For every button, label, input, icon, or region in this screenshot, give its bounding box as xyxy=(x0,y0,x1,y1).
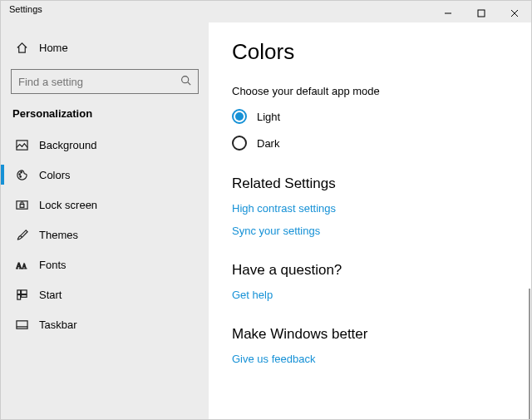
sidebar-item-label: Start xyxy=(39,289,62,301)
sidebar-item-label: Background xyxy=(39,139,96,151)
palette-icon xyxy=(12,169,31,181)
mode-prompt: Choose your default app mode xyxy=(232,85,508,97)
lockscreen-icon xyxy=(12,199,31,211)
fonts-icon: AA xyxy=(12,259,31,271)
start-icon xyxy=(12,289,31,301)
radio-dark[interactable]: Dark xyxy=(232,136,508,151)
sidebar-item-fonts[interactable]: AA Fonts xyxy=(11,250,199,279)
sidebar-item-colors[interactable]: Colors xyxy=(11,160,199,190)
related-header: Related Settings xyxy=(232,175,508,192)
home-label: Home xyxy=(39,42,68,54)
maximize-button[interactable] xyxy=(465,4,498,22)
sidebar-item-label: Colors xyxy=(39,169,71,181)
search-icon xyxy=(180,74,191,89)
svg-line-5 xyxy=(188,82,190,85)
search-input[interactable] xyxy=(18,76,180,88)
taskbar-icon xyxy=(12,319,31,331)
radio-label: Light xyxy=(257,111,280,123)
feedback-header: Make Windows better xyxy=(232,326,508,343)
sidebar-item-label: Taskbar xyxy=(39,319,77,331)
link-high-contrast[interactable]: High contrast settings xyxy=(232,202,508,215)
svg-rect-16 xyxy=(17,294,20,299)
minimize-button[interactable] xyxy=(431,4,465,22)
home-icon xyxy=(12,42,31,54)
radio-light[interactable]: Light xyxy=(232,109,508,124)
svg-rect-14 xyxy=(17,289,20,294)
svg-point-9 xyxy=(19,175,21,177)
section-header: Personalization xyxy=(12,107,199,120)
sidebar-item-background[interactable]: Background xyxy=(11,130,199,160)
titlebar: Settings xyxy=(1,1,531,22)
svg-rect-18 xyxy=(16,320,27,328)
page-title: Colors xyxy=(232,39,508,65)
search-box[interactable] xyxy=(11,69,199,94)
sidebar: Home Personalization Background Colors xyxy=(1,22,209,420)
sidebar-item-label: Fonts xyxy=(39,259,66,271)
window-title: Settings xyxy=(9,4,42,14)
home-button[interactable]: Home xyxy=(11,32,199,62)
svg-point-7 xyxy=(18,173,20,175)
svg-rect-17 xyxy=(21,294,27,297)
svg-point-8 xyxy=(20,171,22,173)
svg-point-4 xyxy=(182,77,189,83)
svg-rect-15 xyxy=(21,289,27,294)
close-button[interactable] xyxy=(498,4,531,22)
image-icon xyxy=(12,139,31,151)
svg-rect-11 xyxy=(20,204,24,207)
brush-icon xyxy=(12,229,31,241)
sidebar-item-themes[interactable]: Themes xyxy=(11,220,199,250)
link-feedback[interactable]: Give us feedback xyxy=(232,353,508,365)
sidebar-item-lockscreen[interactable]: Lock screen xyxy=(11,190,199,220)
link-get-help[interactable]: Get help xyxy=(232,289,508,301)
sidebar-item-label: Themes xyxy=(39,229,78,241)
sidebar-item-taskbar[interactable]: Taskbar xyxy=(11,309,199,339)
link-sync[interactable]: Sync your settings xyxy=(232,225,508,237)
radio-icon xyxy=(232,109,247,124)
radio-label: Dark xyxy=(257,137,279,150)
svg-rect-1 xyxy=(478,10,485,17)
help-header: Have a question? xyxy=(232,262,508,279)
radio-icon xyxy=(232,136,247,151)
sidebar-item-start[interactable]: Start xyxy=(11,279,199,309)
content-pane: Colors Choose your default app mode Ligh… xyxy=(209,22,531,420)
scrollbar[interactable] xyxy=(529,289,530,420)
svg-text:A: A xyxy=(22,263,27,270)
sidebar-item-label: Lock screen xyxy=(39,199,97,211)
